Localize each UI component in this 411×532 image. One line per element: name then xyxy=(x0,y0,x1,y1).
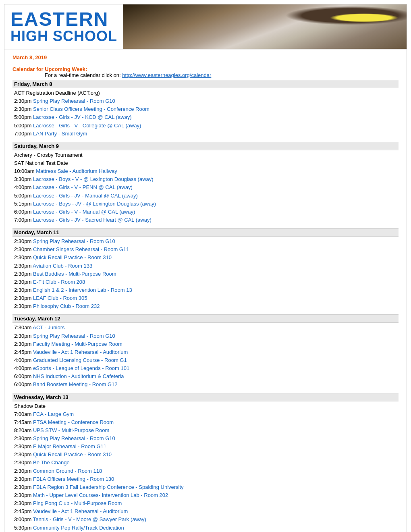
event-time: 8:20am xyxy=(14,427,33,433)
day-header: Friday, March 8 xyxy=(12,80,399,88)
event-line: 3:30pm Lacrosse - Boys - V - @ Lexington… xyxy=(12,175,399,183)
event-text: Lacrosse - Boys - V - @ Lexington Dougla… xyxy=(33,176,154,182)
event-time: 2:30pm xyxy=(14,254,33,260)
event-line: 8:20am UPS STW - Multi-Purpose Room xyxy=(12,426,399,434)
event-time: 5:15pm xyxy=(14,201,33,207)
event-line: 7:45am PTSA Meeting - Conference Room xyxy=(12,418,399,426)
event-line: 2:30pm E-Fit Club - Room 208 xyxy=(12,278,399,286)
event-time: 4:00pm xyxy=(14,365,33,371)
event-time: 10:00am xyxy=(14,168,36,174)
event-text: Aviation Club - Room 133 xyxy=(33,263,92,269)
day-header: Monday, March 11 xyxy=(12,228,399,237)
event-line: Archery - Crosby Tournament xyxy=(12,151,399,159)
event-text: Spring Play Rehearsal - Room G10 xyxy=(33,333,115,339)
event-time: 4:00pm xyxy=(14,357,33,363)
event-time: 5:00pm xyxy=(14,114,33,120)
logo-eastern-text: EASTERN xyxy=(10,10,117,29)
event-time: 2:30pm xyxy=(14,341,33,347)
event-line: 2:30pm Senior Class Officers Meeting - C… xyxy=(12,105,399,113)
event-text: ACT - Juniors xyxy=(33,324,64,330)
event-time: 2:45pm xyxy=(14,349,33,355)
event-line: 4:00pm Graduated Licensing Course - Room… xyxy=(12,356,399,364)
event-time: 2:30pm xyxy=(14,468,33,474)
day-section: Tuesday, March 127:30am ACT - Juniors2:3… xyxy=(12,314,399,389)
eagle-image xyxy=(123,4,407,49)
event-time: 6:00pm xyxy=(14,381,33,387)
event-text: Graduated Licensing Course - Room G1 xyxy=(33,357,127,363)
event-time: 5:30pm xyxy=(14,525,33,531)
event-line: 6:00pm Band Boosters Meeting - Room G12 xyxy=(12,380,399,389)
event-line: 2:30pm Philosophy Club - Room 232 xyxy=(12,302,399,310)
event-time: 3:00pm xyxy=(14,516,33,522)
event-line: SAT National Test Date xyxy=(12,159,399,167)
event-time: 7:00pm xyxy=(14,217,33,223)
event-line: 2:30pm FBLA Region 3 Fall Leadership Con… xyxy=(12,483,399,491)
event-text: Lacrosse - Girls - V - PENN @ CAL (away) xyxy=(33,184,133,190)
calendar-link[interactable]: http://www.easterneagles.org/calendar xyxy=(122,72,211,78)
event-line: 5:00pm Lacrosse - Girls - V - Collegiate… xyxy=(12,122,399,130)
event-line: 2:30pm Faculty Meeting - Multi-Purpose R… xyxy=(12,340,399,348)
event-text: Lacrosse - Girls - V - Manual @ CAL (awa… xyxy=(33,209,135,215)
event-line: 3:00pm Tennis - Girls - V - Moore @ Sawy… xyxy=(12,515,399,524)
event-line: 5:15pm Lacrosse - Boys - JV - @ Lexingto… xyxy=(12,200,399,208)
day-section: Wednesday, March 13 Shadow Date7:00am FC… xyxy=(12,393,399,532)
event-text: ACT Registration Deadline (ACT.org) xyxy=(14,90,100,96)
event-text: UPS STW - Multi-Purpose Room xyxy=(33,427,109,433)
event-time: 7:30am xyxy=(14,324,33,330)
event-time: 2:45pm xyxy=(14,508,33,514)
event-line: 2:30pm Quick Recall Practice - Room 310 xyxy=(12,254,399,262)
event-line: 10:00am Mattress Sale - Auditorium Hallw… xyxy=(12,167,399,175)
event-time: 5:00pm xyxy=(14,193,33,199)
event-line: 6:00pm Lacrosse - Girls - V - Manual @ C… xyxy=(12,208,399,216)
event-line: 2:30pm LEAF Club - Room 305 xyxy=(12,294,399,302)
event-text: Senior Class Officers Meeting - Conferen… xyxy=(33,106,149,112)
event-text: LAN Party - Small Gym xyxy=(33,131,87,137)
event-text: English 1 & 2 - Intervention Lab - Room … xyxy=(33,287,132,293)
event-text: Community Pep Rally/Track Dedication xyxy=(33,525,124,531)
event-text: FCA - Large Gym xyxy=(33,411,74,417)
event-time: 2:30pm xyxy=(14,287,33,293)
event-text: E-Fit Club - Room 208 xyxy=(33,279,85,285)
event-line: 2:30pm Spring Play Rehearsal - Room G10 xyxy=(12,332,399,340)
day-header: Tuesday, March 12 xyxy=(12,314,399,323)
event-text: eSports - League of Legends - Room 101 xyxy=(33,365,129,371)
event-text: Ping Pong Club - Multi-Purpose Room xyxy=(33,500,122,506)
event-line: 2:30pm Aviation Club - Room 133 xyxy=(12,262,399,270)
logo-highschool-text: HIGH SCHOOL xyxy=(10,29,117,44)
calendar-link-prefix: For a real-time calendar click on: xyxy=(45,72,122,78)
event-line: Shadow Date xyxy=(12,402,399,410)
event-time: 2:30pm xyxy=(14,443,33,449)
event-line: 5:30pm Community Pep Rally/Track Dedicat… xyxy=(12,524,399,532)
days-container: Friday, March 8 ACT Registration Deadlin… xyxy=(12,80,399,532)
event-text: SAT National Test Date xyxy=(14,160,68,166)
event-text: Vaudeville - Act 1 Rehearsal - Auditoriu… xyxy=(33,349,128,355)
event-time: 2:30pm xyxy=(14,246,33,252)
event-time: 2:30pm xyxy=(14,279,33,285)
event-text: Chamber Singers Rehearsal - Room G11 xyxy=(33,246,129,252)
event-line: 2:30pm Spring Play Rehearsal - Room G10 xyxy=(12,97,399,105)
event-text: Spring Play Rehearsal - Room G10 xyxy=(33,435,115,441)
event-line: 2:30pm English 1 & 2 - Intervention Lab … xyxy=(12,286,399,294)
event-line: 2:45pm Vaudeville - Act 1 Rehearsal - Au… xyxy=(12,348,399,356)
event-time: 7:00am xyxy=(14,411,33,417)
event-time: 2:30pm xyxy=(14,303,33,309)
eagle-visual xyxy=(123,4,407,49)
event-text: FBLA Officers Meeting - Room 130 xyxy=(33,476,114,482)
event-line: 2:30pm Quick Recall Practice - Room 310 xyxy=(12,451,399,459)
event-time: 6:00pm xyxy=(14,373,33,379)
event-text: Best Buddies - Multi-Purpose Room xyxy=(33,271,116,277)
event-text: FBLA Region 3 Fall Leadership Conference… xyxy=(33,484,184,490)
event-time: 5:00pm xyxy=(14,123,33,129)
event-line: 7:00am FCA - Large Gym xyxy=(12,410,399,418)
event-time: 2:30pm xyxy=(14,484,33,490)
day-header: Wednesday, March 13 xyxy=(12,393,399,401)
day-section: Friday, March 8 ACT Registration Deadlin… xyxy=(12,80,399,138)
event-line: 2:30pm E Major Rehearsal - Room G11 xyxy=(12,443,399,451)
event-time: 7:00pm xyxy=(14,131,33,137)
event-text: Tennis - Girls - V - Moore @ Sawyer Park… xyxy=(33,516,146,522)
school-logo: EASTERN HIGH SCHOOL xyxy=(4,4,123,49)
event-line: ACT Registration Deadline (ACT.org) xyxy=(12,89,399,97)
event-time: 2:30pm xyxy=(14,333,33,339)
event-text: NHS Induction - Auditorium & Cafeteria xyxy=(33,373,124,379)
event-line: 2:30pm Math - Upper Level Courses- Inter… xyxy=(12,491,399,499)
